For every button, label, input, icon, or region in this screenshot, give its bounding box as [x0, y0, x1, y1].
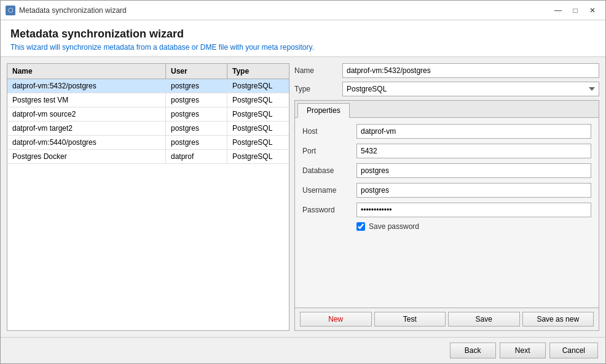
cell-name: Postgres test VM [7, 93, 166, 107]
cell-type: PostgreSQL [227, 122, 289, 135]
password-input[interactable] [356, 203, 591, 217]
table-header: Name User Type [7, 64, 289, 79]
test-button[interactable]: Test [374, 312, 446, 327]
save-as-new-button[interactable]: Save as new [522, 312, 594, 327]
table-body: datprof-vm:5432/postgres postgres Postgr… [7, 79, 289, 330]
cell-name: datprof-vm:5440/postgres [7, 136, 166, 149]
window-controls: — □ ✕ [550, 4, 600, 17]
cell-type: PostgreSQL [227, 136, 289, 149]
name-label: Name [294, 66, 337, 75]
table-row[interactable]: datprof-vm target2 postgres PostgreSQL [7, 122, 289, 136]
database-label: Database [302, 166, 352, 175]
type-select[interactable]: PostgreSQL [342, 82, 599, 96]
cell-name: datprof-vm target2 [7, 122, 166, 135]
cell-type: PostgreSQL [227, 107, 289, 121]
cell-type: PostgreSQL [227, 79, 289, 93]
table-row[interactable]: datprof-vm:5432/postgres postgres Postgr… [7, 79, 289, 93]
properties-panel: Properties Host Port Database [294, 100, 599, 331]
maximize-button[interactable]: □ [567, 4, 583, 17]
port-label: Port [302, 147, 352, 155]
properties-content: Host Port Database Username [295, 118, 599, 308]
host-label: Host [302, 127, 352, 136]
save-password-label[interactable]: Save password [369, 222, 419, 231]
main-area: Name User Type datprof-vm:5432/postgres … [1, 57, 605, 337]
footer: Back Next Cancel [1, 337, 605, 363]
database-row: Database [302, 163, 591, 178]
save-button[interactable]: Save [448, 312, 520, 327]
properties-tabs: Properties [295, 101, 599, 118]
cell-name: Postgres Docker [7, 150, 166, 163]
cell-user: postgres [166, 79, 227, 93]
name-field-row: Name [294, 63, 599, 78]
port-row: Port [302, 144, 591, 158]
back-button[interactable]: Back [450, 343, 496, 358]
host-row: Host [302, 124, 591, 139]
name-input[interactable] [342, 63, 599, 78]
cell-user: datprof [166, 150, 227, 163]
table-row[interactable]: Postgres Docker datprof PostgreSQL [7, 150, 289, 164]
type-label: Type [294, 85, 337, 93]
next-button[interactable]: Next [500, 343, 546, 358]
cell-type: PostgreSQL [227, 93, 289, 107]
save-password-row: Save password [302, 222, 591, 231]
username-row: Username [302, 183, 591, 198]
table-row[interactable]: datprof-vm:5440/postgres postgres Postgr… [7, 136, 289, 150]
header-subtitle: This wizard will synchronize metadata fr… [10, 43, 596, 52]
username-input[interactable] [356, 183, 591, 198]
minimize-button[interactable]: — [550, 4, 566, 17]
port-input[interactable] [356, 144, 591, 158]
header-section: Metadata synchronization wizard This wiz… [1, 20, 605, 57]
cell-user: postgres [166, 93, 227, 107]
col-name: Name [7, 64, 166, 79]
cell-name: datprof-vm:5432/postgres [7, 79, 166, 93]
new-button[interactable]: New [300, 312, 372, 327]
title-bar-text: Metadata synchronization wizard [19, 6, 127, 15]
save-password-checkbox[interactable] [356, 222, 365, 231]
col-user: User [166, 64, 227, 79]
title-bar: ⬡ Metadata synchronization wizard — □ ✕ [1, 1, 605, 20]
table-row[interactable]: datprof-vm source2 postgres PostgreSQL [7, 107, 289, 122]
table-row[interactable]: Postgres test VM postgres PostgreSQL [7, 93, 289, 107]
type-field-row: Type PostgreSQL [294, 82, 599, 96]
cell-type: PostgreSQL [227, 150, 289, 163]
title-bar-left: ⬡ Metadata synchronization wizard [6, 6, 127, 15]
col-type: Type [227, 64, 289, 79]
database-input[interactable] [356, 163, 591, 178]
password-label: Password [302, 206, 352, 214]
page-title: Metadata synchronization wizard [10, 28, 596, 41]
connection-table: Name User Type datprof-vm:5432/postgres … [7, 63, 289, 331]
username-label: Username [302, 186, 352, 195]
main-window: ⬡ Metadata synchronization wizard — □ ✕ … [0, 0, 606, 364]
cell-user: postgres [166, 136, 227, 149]
cancel-button[interactable]: Cancel [549, 343, 598, 358]
host-input[interactable] [356, 124, 591, 139]
cell-user: postgres [166, 107, 227, 121]
cell-name: datprof-vm source2 [7, 107, 166, 121]
cell-user: postgres [166, 122, 227, 135]
password-row: Password [302, 203, 591, 217]
tab-properties[interactable]: Properties [297, 103, 350, 118]
detail-panel: Name Type PostgreSQL Properties Host [294, 63, 599, 331]
close-button[interactable]: ✕ [584, 4, 600, 17]
window-icon: ⬡ [6, 6, 15, 15]
action-buttons: New Test Save Save as new [295, 308, 599, 330]
